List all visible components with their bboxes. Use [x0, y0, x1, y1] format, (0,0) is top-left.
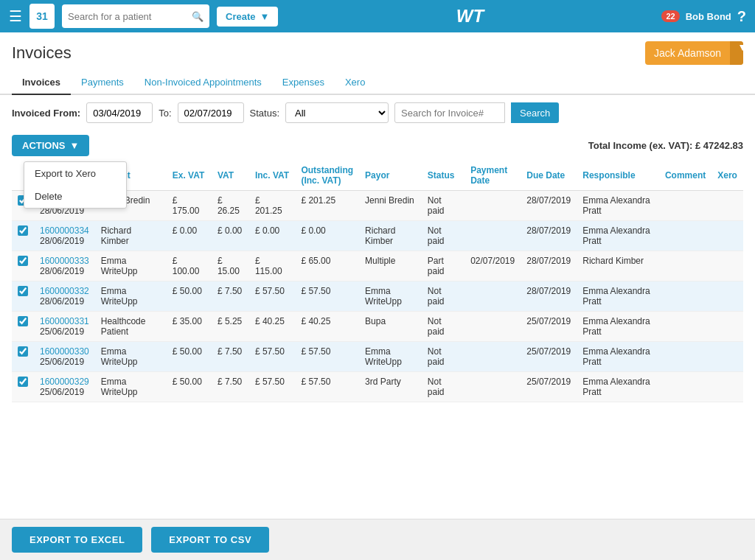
- from-date-input[interactable]: [86, 102, 153, 123]
- actions-container: ACTIONS ▼ Export to Xero Delete: [12, 135, 89, 156]
- row-checkbox-cell[interactable]: [12, 281, 34, 312]
- patient-dropdown-arrow[interactable]: ▼: [730, 41, 743, 65]
- row-due-date: 25/07/2019: [521, 372, 577, 402]
- row-xero: [711, 342, 743, 372]
- row-checkbox-cell[interactable]: [12, 251, 34, 281]
- invoice-link[interactable]: 1600000329: [40, 377, 89, 387]
- to-date-input[interactable]: [178, 102, 244, 123]
- export-csv-button[interactable]: EXPORT TO CSV: [151, 527, 269, 553]
- delete-item[interactable]: Delete: [24, 185, 126, 208]
- invoice-link[interactable]: 1600000332: [40, 286, 89, 296]
- row-payment-date: [465, 221, 521, 251]
- hamburger-icon[interactable]: ☰: [9, 7, 22, 25]
- row-payor: 3rd Party: [359, 372, 422, 402]
- row-status: Not paid: [422, 191, 465, 221]
- invoice-link[interactable]: 1600000330: [40, 346, 89, 357]
- tab-invoices[interactable]: Invoices: [12, 71, 71, 95]
- patient-search-input[interactable]: [68, 11, 187, 22]
- invoice-search-input[interactable]: [394, 102, 505, 123]
- row-status: Not paid: [422, 281, 465, 312]
- total-income: Total Income (ex. VAT): £ 47242.83: [588, 140, 743, 151]
- col-responsible[interactable]: Responsible: [577, 161, 659, 191]
- table-row: 160000033125/06/2019Healthcode Patient£ …: [12, 312, 743, 342]
- row-status: Not paid: [422, 312, 465, 342]
- tab-xero[interactable]: Xero: [335, 71, 375, 95]
- col-status[interactable]: Status: [422, 161, 465, 191]
- help-icon[interactable]: ?: [737, 8, 746, 25]
- row-responsible: Emma Alexandra Pratt: [577, 312, 659, 342]
- row-date: 28/06/2019: [40, 266, 84, 276]
- status-select[interactable]: All Not paid Part paid Paid: [285, 102, 389, 123]
- row-status: Not paid: [422, 372, 465, 402]
- row-patient: Richard Kimber: [95, 221, 167, 251]
- row-payor: Richard Kimber: [359, 221, 422, 251]
- row-id-cell: 160000033125/06/2019: [34, 312, 95, 342]
- actions-row: ACTIONS ▼ Export to Xero Delete Total In…: [0, 130, 755, 161]
- col-due-date[interactable]: Due Date: [521, 161, 577, 191]
- row-date: 28/06/2019: [40, 236, 84, 246]
- export-excel-button[interactable]: EXPORT TO EXCEL: [12, 527, 142, 553]
- row-checkbox-cell[interactable]: [12, 312, 34, 342]
- row-responsible: Emma Alexandra Pratt: [577, 281, 659, 312]
- search-icon: 🔍: [192, 11, 203, 22]
- col-inc-vat[interactable]: Inc. VAT: [249, 161, 295, 191]
- row-xero: [711, 191, 743, 221]
- row-vat: £ 26.25: [212, 191, 249, 221]
- row-vat: £ 5.25: [212, 312, 249, 342]
- notification-badge[interactable]: 22: [661, 10, 679, 22]
- page-title: Invoices: [12, 43, 72, 63]
- create-button[interactable]: Create ▼: [217, 7, 278, 27]
- row-payment-date: 02/07/2019: [465, 251, 521, 281]
- row-checkbox-cell[interactable]: [12, 342, 34, 372]
- tab-non-invoiced[interactable]: Non-Invoiced Appointments: [134, 71, 272, 95]
- row-checkbox-cell[interactable]: [12, 221, 34, 251]
- invoice-link[interactable]: 1600000333: [40, 256, 89, 266]
- row-id-cell: 160000033025/06/2019: [34, 342, 95, 372]
- actions-dropdown: Export to Xero Delete: [24, 161, 127, 209]
- nav-right: 22 Bob Bond ?: [661, 8, 746, 25]
- row-responsible: Emma Alexandra Pratt: [577, 221, 659, 251]
- col-ex-vat[interactable]: Ex. VAT: [167, 161, 212, 191]
- actions-button[interactable]: ACTIONS ▼: [12, 135, 89, 156]
- user-name[interactable]: Bob Bond: [686, 11, 731, 22]
- row-checkbox-cell[interactable]: [12, 372, 34, 402]
- row-ex-vat: £ 100.00: [167, 251, 212, 281]
- row-patient: Emma WriteUpp: [95, 342, 167, 372]
- row-payment-date: [465, 342, 521, 372]
- col-comment[interactable]: Comment: [659, 161, 711, 191]
- tab-expenses[interactable]: Expenses: [272, 71, 335, 95]
- filters-bar: Invoiced From: To: Status: All Not paid …: [0, 95, 755, 130]
- row-date: 28/06/2019: [40, 296, 84, 307]
- row-responsible: Richard Kimber: [577, 251, 659, 281]
- calendar-icon[interactable]: 31: [29, 4, 55, 29]
- patient-button[interactable]: Jack Adamson ▼: [645, 41, 743, 65]
- row-status: Not paid: [422, 221, 465, 251]
- row-id-cell: 160000033428/06/2019: [34, 221, 95, 251]
- export-xero-item[interactable]: Export to Xero: [24, 162, 126, 185]
- row-patient: Emma WriteUpp: [95, 281, 167, 312]
- row-comment: [659, 372, 711, 402]
- col-payor[interactable]: Payor: [359, 161, 422, 191]
- row-date: 25/06/2019: [40, 357, 84, 367]
- row-due-date: 25/07/2019: [521, 342, 577, 372]
- col-xero[interactable]: Xero: [711, 161, 743, 191]
- row-vat: £ 7.50: [212, 281, 249, 312]
- row-inc-vat: £ 0.00: [249, 221, 295, 251]
- row-payment-date: [465, 372, 521, 402]
- row-comment: [659, 191, 711, 221]
- search-button[interactable]: Search: [511, 102, 559, 123]
- row-responsible: Emma Alexandra Pratt: [577, 191, 659, 221]
- col-vat[interactable]: VAT: [212, 161, 249, 191]
- row-vat: £ 0.00: [212, 221, 249, 251]
- invoice-link[interactable]: 1600000331: [40, 316, 89, 326]
- invoice-link[interactable]: 1600000334: [40, 225, 89, 236]
- table-row: 160000032925/06/2019Emma WriteUpp£ 50.00…: [12, 372, 743, 402]
- col-outstanding[interactable]: Outstanding(Inc. VAT): [295, 161, 359, 191]
- row-due-date: 28/07/2019: [521, 221, 577, 251]
- row-xero: [711, 251, 743, 281]
- row-ex-vat: £ 50.00: [167, 372, 212, 402]
- actions-label: ACTIONS: [22, 140, 66, 151]
- to-label: To:: [159, 108, 171, 119]
- col-payment-date[interactable]: PaymentDate: [465, 161, 521, 191]
- tab-payments[interactable]: Payments: [71, 71, 134, 95]
